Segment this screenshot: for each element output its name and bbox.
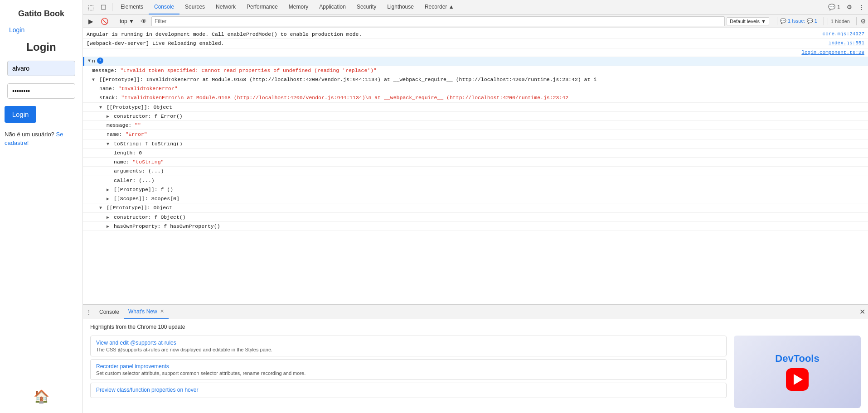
console-line: Angular is running in development mode. … [83,30,868,39]
whats-new-close-icon[interactable]: ✕ [160,308,164,314]
toolbar-divider [112,3,112,11]
whats-new-item: Recorder panel improvements Set custom s… [90,359,727,380]
divider3 [856,17,857,25]
console-line: stack: "InvalidTokenError\n at Module.91… [83,93,868,102]
source-link[interactable]: login.component.ts:28 [801,49,864,57]
home-icon: 🏠 [34,389,49,403]
device-toggle-icon[interactable]: ☐ [97,1,109,13]
bottom-panel-close-btn[interactable]: ✕ [859,307,865,316]
whats-new-list: View and edit @supports at-rules The CSS… [90,336,727,408]
bottom-panel: ⋮ Console What's New ✕ ✕ Highlights from… [83,304,868,413]
tab-application[interactable]: Application [314,0,351,14]
tab-elements[interactable]: Elements [115,0,149,14]
clear-console-btn[interactable]: 🚫 [98,15,110,27]
default-levels-btn[interactable]: Default levels ▼ [727,17,769,25]
whats-new-item-title[interactable]: Recorder panel improvements [96,363,721,370]
more-icon[interactable]: ⋮ [857,3,866,11]
tab-console[interactable]: Console [149,0,179,14]
console-line: ▼ [[Prototype]]: InvalidTokenError at Mo… [83,75,868,84]
console-divider [114,17,114,25]
login-button[interactable]: Login [5,106,36,123]
bottom-tab-console[interactable]: Console [95,305,124,319]
username-input[interactable] [7,61,75,76]
login-link[interactable]: Login [9,26,24,34]
tab-performance[interactable]: Performance [241,0,283,14]
whats-new-item: View and edit @supports at-rules The CSS… [90,336,727,356]
tab-recorder[interactable]: Recorder ▲ [419,0,460,14]
app-sidebar: Gatito Book Login Login Login Não é um u… [0,0,83,413]
settings-icon[interactable]: ⚙ [845,3,854,11]
console-line: ▶ constructor: f Error() [83,112,868,121]
source-link[interactable]: index.js:551 [829,39,864,47]
console-line: name: "toString" [83,158,868,167]
divider [773,17,773,25]
whats-new-item-desc: Set custom selector attribute, support c… [96,370,721,376]
play-button[interactable] [786,368,809,391]
console-line: length: 0 [83,149,868,158]
devtools-tabs: Elements Console Sources Network Perform… [115,0,825,14]
console-line: ▶ [[Prototype]]: f () [83,185,868,194]
tab-lighthouse[interactable]: Lighthouse [382,0,419,14]
devtools-video-label: DevTools [775,353,819,365]
whats-new-item-desc: The CSS @supports at-rules are now displ… [96,347,721,352]
console-line: name: "Error" [83,130,868,139]
home-icon-container[interactable]: 🏠 [34,389,49,404]
console-line: caller: (...) [83,176,868,185]
console-info-line: ▼ n i [83,57,868,66]
devtools-panel: ⬚ ☐ Elements Console Sources Network Per… [83,0,868,413]
tab-security[interactable]: Security [351,0,382,14]
highlights-text: Highlights from the Chrome 100 update [90,324,861,330]
whats-new-item-title[interactable]: Preview class/function properties on hov… [96,387,721,393]
bottom-tabs-bar: ⋮ Console What's New ✕ ✕ [83,305,868,319]
source-link[interactable]: core.mjs:24927 [823,30,864,38]
info-badge: i [97,58,103,64]
inspect-icon[interactable]: ⬚ [85,1,97,13]
console-toolbar: ▶ 🚫 top ▼ 👁 Default levels ▼ 💬 1 Issue: … [83,14,868,28]
whats-new-item: Preview class/function properties on hov… [90,383,727,398]
console-line: ▼ toString: f toString() [83,139,868,149]
console-line: ▶ constructor: f Object() [83,213,868,222]
issues-badge[interactable]: 💬 1 Issue: 💬 1 [777,17,820,25]
console-line: message: "Invalid token specified: Canno… [83,66,868,75]
bottom-tab-whats-new[interactable]: What's New ✕ [124,305,169,319]
console-line: message: "" [83,121,868,130]
console-line: ▶ [[Scopes]]: Scopes[0] [83,194,868,203]
console-line: [webpack-dev-server] Live Reloading enab… [83,39,868,48]
hidden-badge: 1 hidden [828,18,853,25]
console-settings-icon[interactable]: ⚙ [860,18,866,25]
chat-badge[interactable]: 💬 1 [826,3,842,11]
expand-triangle[interactable]: ▼ [88,58,91,64]
whats-new-item-title[interactable]: View and edit @supports at-rules [96,340,721,346]
tab-memory[interactable]: Memory [283,0,314,14]
toolbar-right: 💬 1 ⚙ ⋮ [826,3,866,11]
register-text: Não é um usuário? Se cadastre! [5,130,78,148]
devtools-tab-bar: ⬚ ☐ Elements Console Sources Network Per… [83,0,868,14]
console-line: name: "InvalidTokenError" [83,84,868,93]
console-line: login.component.ts:28 [83,48,868,58]
console-line: ▼ [[Prototype]]: Object [83,203,868,212]
level-selector[interactable]: top ▼ [118,18,136,24]
play-triangle-icon [794,374,803,385]
tab-sources[interactable]: Sources [179,0,210,14]
expand-console-btn[interactable]: ▶ [85,15,97,27]
console-line: ▼ [[Prototype]]: Object [83,103,868,112]
console-line: arguments: (...) [83,167,868,176]
console-line: ▶ hasOwnProperty: f hasOwnProperty() [83,222,868,231]
whats-new-body: View and edit @supports at-rules The CSS… [90,336,861,408]
tab-network[interactable]: Network [210,0,241,14]
whats-new-video: DevTools [734,336,861,408]
console-filter-input[interactable] [151,16,725,26]
console-output: Angular is running in development mode. … [83,28,868,304]
app-title: Gatito Book [18,9,64,19]
eye-icon[interactable]: 👁 [138,15,150,27]
login-heading: Login [26,41,56,53]
whats-new-content: Highlights from the Chrome 100 update Vi… [83,319,868,413]
divider2 [824,17,824,25]
password-input[interactable] [7,83,75,99]
bottom-more-icon[interactable]: ⋮ [86,308,92,316]
